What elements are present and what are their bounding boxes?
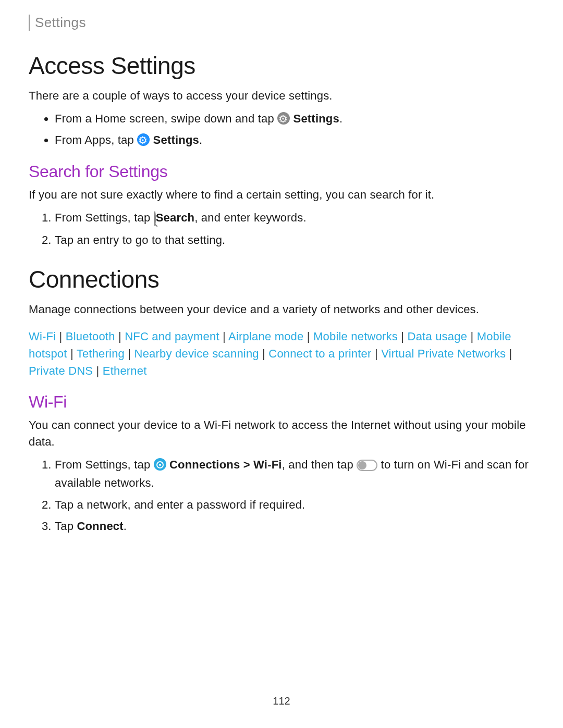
link-separator: | (219, 330, 228, 343)
text-wifi-intro: You can connect your device to a Wi-Fi n… (29, 417, 534, 450)
link-separator: | (467, 330, 477, 343)
connections-links: Wi-Fi | Bluetooth | NFC and payment | Ai… (29, 328, 534, 379)
heading-wifi: Wi-Fi (29, 392, 534, 412)
link-separator: | (506, 347, 512, 360)
link-ethernet[interactable]: Ethernet (103, 364, 147, 377)
step-wifi-1: From Settings, tap Connections > Wi-Fi, … (55, 455, 534, 492)
link-mobile-networks[interactable]: Mobile networks (313, 330, 398, 343)
link-virtual-private-networks[interactable]: Virtual Private Networks (381, 347, 506, 360)
bullet-home-screen: From a Home screen, swipe down and tap S… (55, 109, 534, 128)
link-nfc-and-payment[interactable]: NFC and payment (125, 330, 219, 343)
gear-icon (277, 112, 290, 125)
link-separator: | (125, 347, 134, 360)
text-connections-intro: Manage connections between your device a… (29, 301, 534, 318)
heading-connections: Connections (29, 265, 534, 293)
heading-search-for-settings: Search for Settings (29, 162, 534, 181)
link-separator: | (259, 347, 269, 360)
link-separator: | (115, 330, 125, 343)
link-separator: | (56, 330, 66, 343)
step-wifi-2: Tap a network, and enter a password if r… (55, 496, 534, 514)
heading-access-settings: Access Settings (29, 52, 534, 80)
breadcrumb-label: Settings (35, 15, 86, 30)
text-access-intro: There are a couple of ways to access you… (29, 88, 534, 104)
link-separator: | (372, 347, 382, 360)
step-search-2: Tap an entry to go to that setting. (55, 231, 534, 249)
link-separator: | (93, 364, 103, 377)
text-search-intro: If you are not sure exactly where to fin… (29, 187, 534, 203)
link-tethering[interactable]: Tethering (77, 347, 125, 360)
link-bluetooth[interactable]: Bluetooth (66, 330, 115, 343)
link-nearby-device-scanning[interactable]: Nearby device scanning (134, 347, 259, 360)
step-search-1: From Settings, tap Search, and enter key… (55, 208, 534, 228)
step-wifi-3: Tap Connect. (55, 517, 534, 535)
link-airplane-mode[interactable]: Airplane mode (228, 330, 303, 343)
search-icon (154, 211, 156, 226)
settings-app-icon (137, 133, 150, 146)
link-connect-to-a-printer[interactable]: Connect to a printer (268, 347, 371, 360)
link-wi-fi[interactable]: Wi-Fi (29, 330, 56, 343)
link-separator: | (304, 330, 314, 343)
link-private-dns[interactable]: Private DNS (29, 364, 93, 377)
link-data-usage[interactable]: Data usage (408, 330, 468, 343)
link-separator: | (67, 347, 77, 360)
bullet-from-apps: From Apps, tap Settings. (55, 131, 534, 149)
page-number: 112 (0, 695, 563, 707)
toggle-icon (357, 460, 377, 471)
breadcrumb: Settings (29, 15, 534, 31)
link-separator: | (398, 330, 408, 343)
wifi-icon (154, 458, 166, 471)
